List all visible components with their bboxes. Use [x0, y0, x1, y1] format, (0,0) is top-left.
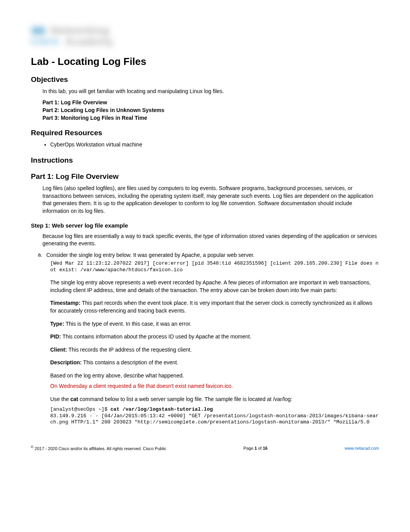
objectives-part3: Part 3: Monitoring Log Files in Real Tim…: [42, 115, 379, 121]
cat-command-block: [analyst@secOps ~]$ cat /var/log/logstas…: [50, 406, 379, 426]
cat-prompt: [analyst@secOps ~]$: [50, 406, 110, 412]
description-line: Description: This contains a description…: [50, 359, 379, 367]
page-pre: Page: [244, 446, 255, 450]
pid-text: This contains information about the proc…: [61, 333, 251, 340]
required-heading: Required Resources: [31, 129, 379, 137]
cat-cmd-bold: cat: [70, 396, 78, 402]
required-item: CyberOps Workstation virtual machine: [50, 141, 379, 149]
step1-heading: Step 1: Web server log file example: [31, 222, 379, 229]
timestamp-line: Timestamp: This part records when the ev…: [50, 299, 379, 314]
copyright-symbol: ©: [31, 445, 34, 449]
part1-intro: Log files (also spelled logfiles), are f…: [42, 185, 379, 215]
step1-explain: The single log entry above represents a …: [50, 279, 379, 294]
answer-text: On Wednesday a client requested a file t…: [50, 382, 379, 390]
pid-label: PID:: [50, 333, 61, 340]
logo-networking: Networking: [50, 24, 109, 37]
description-text: This contains a description of the event…: [82, 359, 178, 365]
cat-output: 83.149.9.216 - - [04/Jan/2015:05:13:42 +…: [50, 413, 378, 425]
client-text: This records the IP address of the reque…: [67, 347, 192, 353]
cat-intro: Use the cat command below to list a web …: [50, 396, 379, 403]
page-total: 16: [263, 446, 268, 450]
step1-intro: Because log files are essentially a way …: [42, 233, 379, 248]
pid-line: PID: This contains information about the…: [50, 333, 379, 341]
footer-link[interactable]: www.netacad.com: [345, 446, 379, 450]
objectives-intro: In this lab, you will get familiar with …: [42, 88, 379, 95]
page-title: Lab - Locating Log Files: [31, 56, 379, 68]
question-text: Based on the log entry above, describe w…: [50, 372, 379, 380]
logo-academy: Academy: [65, 36, 113, 48]
required-list: CyberOps Workstation virtual machine: [50, 141, 379, 149]
objectives-part2: Part 2: Locating Log Files in Unknown Sy…: [42, 107, 379, 113]
letter-a: a.: [38, 252, 46, 259]
type-text: This is the type of event. In this case,…: [64, 321, 191, 327]
step1-a-text: Consider the single log entry below. It …: [46, 252, 379, 259]
logo-blurred: ılıılı Networking CISCO Academy: [31, 23, 379, 48]
client-line: Client: This records the IP address of t…: [50, 346, 379, 354]
description-label: Description:: [50, 359, 82, 365]
cat-command: cat /var/log/logstash-tutorial.log: [110, 406, 213, 412]
logo-cisco: CISCO: [31, 37, 59, 46]
footer-link-wrap: www.netacad.com: [345, 446, 379, 450]
footer-page: Page 1 of 16: [244, 446, 268, 450]
type-label: Type:: [50, 321, 64, 327]
client-label: Client:: [50, 347, 67, 353]
timestamp-label: Timestamp:: [50, 300, 80, 306]
step1-item-a: a. Consider the single log entry below. …: [38, 252, 379, 259]
objectives-heading: Objectives: [31, 75, 379, 84]
part1-heading: Part 1: Log File Overview: [31, 172, 379, 181]
objectives-part1: Part 1: Log File Overview: [42, 99, 379, 105]
instructions-heading: Instructions: [31, 156, 379, 165]
page-mid: of: [257, 446, 263, 450]
page-footer: © 2017 - 2020 Cisco and/or its affiliate…: [31, 445, 379, 451]
timestamp-text: This part records when the event took pl…: [50, 300, 372, 314]
cat-intro-post: command below to list a web server sampl…: [78, 396, 292, 402]
type-line: Type: This is the type of event. In this…: [50, 320, 379, 328]
copyright-text: 2017 - 2020 Cisco and/or its affiliates.…: [34, 446, 166, 451]
cat-intro-pre: Use the: [50, 396, 70, 402]
cisco-bars-icon: ılıılı: [31, 23, 44, 37]
footer-copyright: © 2017 - 2020 Cisco and/or its affiliate…: [31, 445, 166, 451]
apache-log-entry: [Wed Mar 22 11:23:12.207022 2017] [core:…: [50, 260, 379, 274]
